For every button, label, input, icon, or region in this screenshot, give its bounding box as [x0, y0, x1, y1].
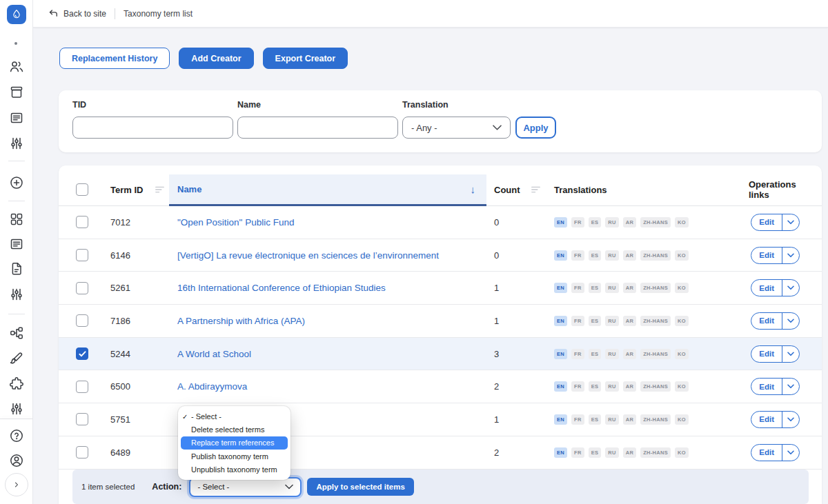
edit-dropdown-toggle[interactable] — [782, 280, 799, 296]
menu-item[interactable]: Replace term references — [181, 436, 288, 450]
taxonomy-table: Term ID Name ↓ Count Translations Operat… — [59, 165, 822, 504]
configuration-icon[interactable] — [8, 401, 25, 417]
page-title: Taxonomy term list — [124, 9, 193, 19]
chevron-down-icon — [285, 484, 293, 490]
edit-split-button[interactable]: Edit — [751, 378, 800, 395]
edit-dropdown-toggle[interactable] — [782, 313, 799, 329]
apply-to-selected-button[interactable]: Apply to selected items — [307, 478, 413, 496]
edit-split-button[interactable]: Edit — [751, 312, 800, 330]
edit-dropdown-toggle[interactable] — [782, 346, 799, 362]
edit-split-button[interactable]: Edit — [751, 247, 800, 264]
lang-badge-ko: KO — [675, 217, 689, 228]
chevron-down-icon — [787, 220, 794, 225]
lang-badge-es: ES — [589, 381, 602, 392]
sidebar-expand-button[interactable] — [5, 473, 28, 496]
row-checkbox[interactable] — [76, 216, 88, 228]
replacement-history-button[interactable]: Replacement History — [59, 48, 170, 69]
menu-item[interactable]: ✓- Select - — [178, 410, 290, 423]
back-to-site-link[interactable]: Back to site — [48, 8, 106, 19]
term-name-link[interactable]: A World at School — [177, 349, 251, 359]
term-name-link[interactable]: 16th International Conference of Ethiopi… — [177, 283, 386, 293]
header-name[interactable]: Name ↓ — [169, 174, 486, 206]
lang-badge-ar: AR — [623, 414, 636, 425]
dashboard-grid-icon[interactable] — [8, 211, 25, 228]
row-checkbox[interactable] — [76, 249, 88, 261]
term-id: 5244 — [100, 349, 169, 359]
structure-share-icon[interactable] — [8, 325, 25, 341]
edit-dropdown-toggle[interactable] — [782, 214, 799, 230]
chevron-down-icon — [787, 450, 794, 455]
edit-dropdown-toggle[interactable] — [782, 445, 799, 461]
archive-icon[interactable] — [8, 84, 25, 101]
apply-filter-button[interactable]: Apply — [515, 117, 556, 139]
row-checkbox[interactable] — [76, 413, 88, 425]
filters-icon[interactable] — [8, 135, 25, 152]
documents-icon[interactable] — [8, 261, 25, 277]
lang-badge-en: EN — [554, 316, 567, 326]
sidebar-divider — [8, 314, 25, 314]
edit-split-button[interactable]: Edit — [751, 411, 800, 428]
edit-dropdown-toggle[interactable] — [782, 412, 799, 427]
row-checkbox[interactable] — [76, 282, 88, 294]
menu-item-label: Delete selected terms — [191, 425, 264, 434]
edit-split-button[interactable]: Edit — [751, 279, 800, 296]
settings-sliders-icon[interactable] — [8, 286, 25, 303]
extend-puzzle-icon[interactable] — [8, 376, 25, 392]
term-name-link[interactable]: [VertigO] La revue électronique en scien… — [177, 250, 439, 261]
lang-badge-zh-hans: ZH-HANS — [640, 414, 671, 425]
term-name-link[interactable]: A. Abdirayymova — [177, 381, 247, 392]
appearance-brush-icon[interactable] — [8, 350, 25, 367]
header-count[interactable]: Count — [486, 174, 552, 205]
lang-badge-ru: RU — [605, 381, 618, 392]
users-icon[interactable] — [8, 59, 25, 75]
table-row: 7186 A Partnership with Africa (APA) 1 E… — [59, 305, 822, 338]
translation-select[interactable]: - Any - — [402, 117, 511, 139]
select-all-checkbox[interactable] — [76, 183, 88, 196]
article-icon[interactable] — [8, 236, 25, 252]
lang-badge-es: ES — [589, 283, 602, 293]
edit-split-button[interactable]: Edit — [751, 214, 800, 231]
lang-badge-ar: AR — [623, 283, 636, 293]
export-creator-button[interactable]: Export Creator — [263, 48, 348, 69]
header-term-id[interactable]: Term ID — [100, 174, 169, 205]
lang-badge-en: EN — [554, 414, 567, 425]
row-checkbox[interactable] — [76, 347, 88, 360]
term-name-link[interactable]: "Open Position" Public Fund — [177, 217, 294, 228]
menu-item[interactable]: Publish taxonomy term — [178, 450, 290, 463]
drupal-logo[interactable] — [7, 5, 26, 24]
help-icon[interactable] — [8, 427, 25, 444]
header-count-label: Count — [494, 185, 520, 195]
breadcrumb-divider — [115, 8, 115, 19]
content-icon[interactable] — [8, 110, 25, 126]
edit-dropdown-toggle[interactable] — [782, 248, 799, 263]
term-count: 3 — [486, 349, 552, 359]
row-checkbox[interactable] — [76, 446, 88, 458]
chevron-down-icon — [787, 285, 794, 290]
edit-split-button[interactable]: Edit — [751, 444, 800, 461]
edit-split-button[interactable]: Edit — [751, 345, 800, 363]
term-count: 1 — [486, 316, 552, 326]
lang-badge-ko: KO — [675, 381, 689, 392]
menu-item[interactable]: Unpublish taxonomy term — [178, 463, 290, 476]
lang-badge-en: EN — [554, 349, 567, 359]
lang-badge-es: ES — [589, 414, 602, 425]
table-row: 6489 2 ENFRESRUARZH-HANSKO Edit — [59, 436, 822, 470]
term-name-link[interactable]: A Partnership with Africa (APA) — [177, 316, 305, 326]
translations-cell: ENFRESRUARZH-HANSKO — [552, 283, 749, 293]
back-arrow-icon — [48, 8, 59, 19]
term-count: 0 — [486, 217, 552, 228]
name-filter-input[interactable] — [237, 117, 398, 139]
tid-input[interactable] — [72, 117, 233, 139]
menu-item-label: - Select - — [191, 412, 221, 421]
add-creator-button[interactable]: Add Creator — [179, 48, 253, 69]
add-content-icon[interactable] — [8, 174, 25, 191]
menu-item[interactable]: Delete selected terms — [178, 423, 290, 436]
row-checkbox[interactable] — [76, 314, 88, 327]
account-icon[interactable] — [8, 452, 25, 469]
lang-badge-ru: RU — [605, 250, 618, 261]
term-count: 1 — [486, 283, 552, 293]
menu-item-label: Unpublish taxonomy term — [191, 465, 277, 474]
row-checkbox[interactable] — [76, 381, 88, 393]
edit-dropdown-toggle[interactable] — [782, 379, 799, 394]
lang-badge-fr: FR — [571, 217, 584, 228]
